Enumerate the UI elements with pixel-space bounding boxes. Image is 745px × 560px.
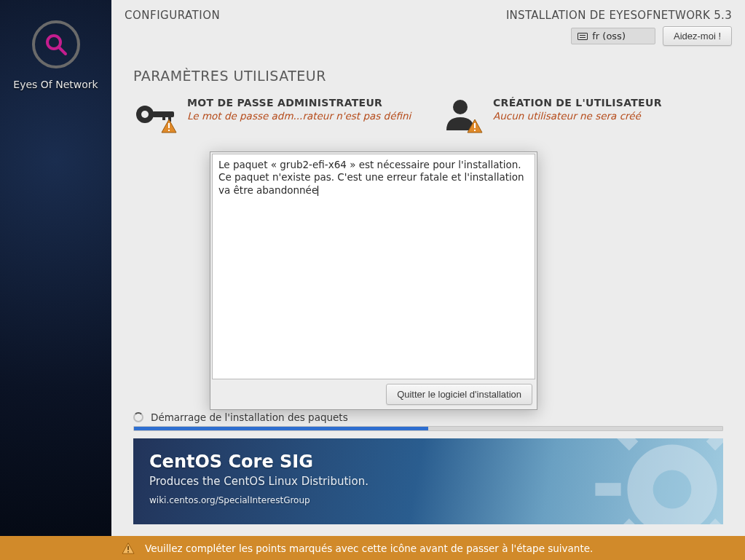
svg-rect-19 (613, 438, 638, 451)
bottom-warning-bar: Veuillez compléter les points marqués av… (0, 536, 745, 560)
keyboard-layout-selector[interactable]: fr (oss) (571, 28, 655, 44)
svg-point-10 (453, 100, 468, 114)
progress-label: Démarrage de l'installation des paquets (151, 411, 348, 423)
svg-rect-20 (706, 518, 723, 524)
warning-icon (161, 119, 177, 133)
sidebar: Eyes Of Network (0, 0, 111, 536)
error-message: Le paquet « grub2-efi-x64 » est nécessai… (218, 159, 524, 196)
keyboard-layout-label: fr (oss) (592, 31, 626, 42)
bottom-warning-text: Veuillez compléter les points marqués av… (145, 543, 593, 554)
user-icon (439, 97, 481, 132)
svg-rect-13 (474, 130, 476, 131)
svg-point-23 (653, 470, 692, 509)
product-name: Eyes Of Network (13, 79, 98, 90)
main-panel: CONFIGURATION INSTALLATION DE EYESOFNETW… (111, 0, 745, 536)
warning-icon (122, 543, 135, 554)
quit-installer-button[interactable]: Quitter le logiciel d'installation (386, 384, 532, 405)
svg-rect-17 (595, 483, 620, 496)
product-logo: Eyes Of Network (13, 20, 98, 90)
gear-icon (592, 438, 723, 524)
promo-banner: CentOS Core SIG Produces the CentOS Linu… (133, 438, 723, 524)
svg-rect-26 (127, 551, 129, 553)
installer-title: INSTALLATION DE EYESOFNETWORK 5.3 (506, 9, 732, 22)
svg-line-1 (59, 47, 66, 54)
svg-rect-12 (474, 123, 476, 128)
progress-bar (133, 426, 723, 431)
card-title: MOT DE PASSE ADMINISTRATEUR (187, 97, 411, 109)
error-dialog: Le paquet « grub2-efi-x64 » est nécessai… (210, 151, 537, 410)
card-warning: Aucun utilisateur ne sera créé (493, 110, 662, 122)
text-cursor (318, 186, 318, 196)
page-title: CONFIGURATION (125, 9, 220, 22)
key-icon (133, 97, 176, 132)
svg-rect-8 (168, 123, 170, 128)
error-message-box[interactable]: Le paquet « grub2-efi-x64 » est nécessai… (212, 154, 535, 379)
help-button[interactable]: Aidez-moi ! (663, 26, 732, 46)
section-title: PARAMÈTRES UTILISATEUR (133, 68, 723, 84)
card-title: CRÉATION DE L'UTILISATEUR (493, 97, 662, 109)
logo-icon (32, 20, 80, 68)
topbar: CONFIGURATION INSTALLATION DE EYESOFNETW… (111, 0, 745, 46)
svg-rect-9 (168, 130, 170, 131)
warning-icon (467, 119, 483, 133)
svg-point-3 (141, 111, 149, 118)
svg-rect-22 (613, 518, 638, 524)
svg-rect-25 (127, 545, 129, 550)
card-root-password[interactable]: MOT DE PASSE ADMINISTRATEUR Le mot de pa… (133, 97, 417, 132)
card-warning: Le mot de passe adm...rateur n'est pas d… (187, 110, 411, 122)
spinner-icon (133, 412, 143, 422)
svg-rect-21 (706, 438, 723, 451)
card-user-creation[interactable]: CRÉATION DE L'UTILISATEUR Aucun utilisat… (439, 97, 723, 132)
keyboard-icon (578, 33, 588, 40)
